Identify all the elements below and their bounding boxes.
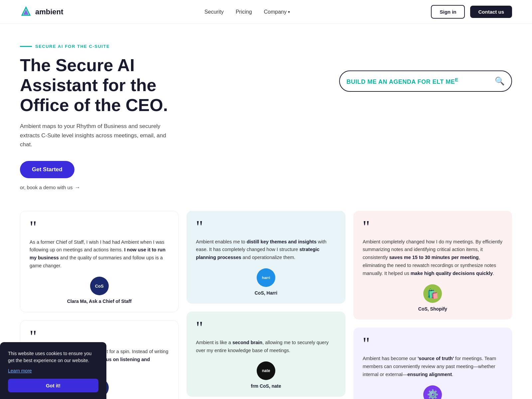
card-footer-1: CoS Clara Ma, Ask a Chief of Staff	[30, 277, 169, 304]
cookie-accept-button[interactable]: Got it!	[8, 379, 98, 392]
card-text-2: Ambient enables me to distill key themes…	[196, 238, 336, 262]
author-2: CoS, Harri	[255, 290, 277, 296]
hero-title: The Secure AI Assistant for the Office o…	[20, 56, 206, 115]
hero-description: Ambient maps to your Rhythm of Business …	[20, 122, 180, 149]
chevron-down-icon: ▾	[288, 10, 290, 14]
quote-mark: "	[30, 220, 169, 234]
nav-company[interactable]: Company ▾	[264, 9, 290, 15]
get-started-button[interactable]: Get Started	[20, 161, 74, 178]
signin-button[interactable]: Sign in	[431, 5, 465, 19]
avatar-2: harri	[257, 268, 275, 287]
card-footer-3: 🛍️ CoS, Shopify	[363, 284, 503, 312]
nav-actions: Sign in Contact us	[431, 5, 512, 19]
logo-icon	[20, 6, 32, 18]
search-box[interactable]: BUILD ME AN AGENDA FOR ELT MEE 🔍	[339, 70, 512, 92]
avatar-label-5: nate	[262, 368, 270, 373]
quote-mark-6: "	[363, 337, 503, 351]
testimonial-card-1: " As a former Chief of Staff, I wish I h…	[20, 211, 179, 312]
nav-pricing[interactable]: Pricing	[236, 9, 252, 15]
cookie-text: This website uses cookies to ensure you …	[8, 350, 98, 364]
search-text: BUILD ME AN AGENDA FOR ELT MEE	[346, 77, 491, 85]
card-text-3: Ambient completely changed how I do my m…	[363, 238, 503, 278]
search-highlight: AGENDA FOR ELT MEE	[389, 78, 459, 85]
hero-tag: SECURE AI FOR THE C-SUITE	[20, 44, 206, 49]
hero-section: SECURE AI FOR THE C-SUITE The Secure AI …	[0, 24, 532, 204]
hero-left: SECURE AI FOR THE C-SUITE The Secure AI …	[20, 44, 206, 191]
avatar-3: 🛍️	[423, 284, 442, 303]
cookie-learn-more[interactable]: Learn more	[8, 368, 98, 373]
hero-tag-line	[20, 46, 32, 47]
nav-links: Security Pricing Company ▾	[204, 9, 290, 15]
quote-mark-3: "	[363, 220, 503, 234]
author-5: frm CoS, nate	[251, 383, 281, 389]
brand-name: ambient	[35, 8, 63, 16]
hero-right: BUILD ME AN AGENDA FOR ELT MEE 🔍	[339, 44, 512, 92]
navbar: ambient Security Pricing Company ▾ Sign …	[0, 0, 532, 24]
testimonials-col-2: " Ambient enables me to distill key them…	[187, 211, 345, 399]
card-footer-5: nate frm CoS, nate	[196, 361, 336, 389]
card-footer-6: ⚙️ Head of Ops, GenHealth	[363, 385, 503, 399]
card-text-5: Ambient is like a second brain, allowing…	[196, 339, 336, 355]
author-1: Clara Ma, Ask a Chief of Staff	[67, 299, 132, 304]
author-3: CoS, Shopify	[418, 306, 447, 312]
hero-demo-link[interactable]: or, book a demo with us →	[20, 184, 206, 191]
testimonial-card-6: " Ambient has become our 'source of trut…	[353, 328, 512, 399]
card-text-1: As a former Chief of Staff, I wish I had…	[30, 238, 169, 270]
avatar-6: ⚙️	[423, 385, 442, 399]
avatar-label-2: harri	[262, 276, 270, 280]
logo[interactable]: ambient	[20, 6, 63, 18]
contact-button[interactable]: Contact us	[470, 6, 512, 18]
testimonial-card-2: " Ambient enables me to distill key them…	[187, 211, 345, 304]
hero-demo-text: or, book a demo with us	[20, 185, 72, 190]
testimonials-col-3: " Ambient completely changed how I do my…	[353, 211, 512, 399]
genhealth-icon: ⚙️	[427, 389, 439, 399]
search-icon[interactable]: 🔍	[495, 76, 505, 86]
card-text-6: Ambient has become our 'source of truth'…	[363, 355, 503, 379]
card-footer-2: harri CoS, Harri	[196, 268, 336, 296]
testimonial-card-5: " Ambient is like a second brain, allowi…	[187, 312, 345, 396]
avatar-label-1: CoS	[95, 284, 104, 289]
search-static: BUILD ME AN	[346, 78, 389, 85]
avatar-5: nate	[257, 361, 275, 380]
quote-mark-5: "	[196, 321, 336, 335]
avatar-1: CoS	[90, 277, 109, 295]
quote-mark-4: "	[30, 330, 169, 344]
testimonial-card-3: " Ambient completely changed how I do my…	[353, 211, 512, 320]
shopify-icon: 🛍️	[427, 288, 439, 299]
hero-tag-text: SECURE AI FOR THE C-SUITE	[35, 44, 110, 49]
arrow-icon: →	[74, 184, 80, 191]
cookie-banner: This website uses cookies to ensure you …	[0, 342, 106, 399]
nav-security[interactable]: Security	[204, 9, 224, 15]
quote-mark-2: "	[196, 220, 336, 234]
